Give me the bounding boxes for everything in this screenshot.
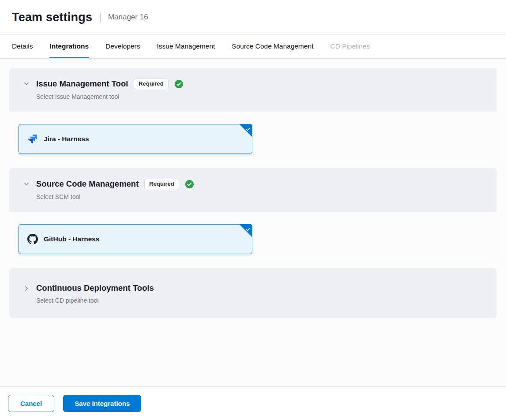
- page-title: Team settings: [12, 11, 92, 24]
- success-check-icon: [174, 79, 184, 89]
- section-subtitle: Select SCM tool: [36, 193, 194, 200]
- section-title: Issue Management Tool: [36, 79, 128, 89]
- section-title: Source Code Management: [36, 179, 139, 189]
- chevron-right-icon: [23, 285, 30, 293]
- section-subtitle: Select CD pipeline tool: [36, 297, 154, 304]
- integrations-content: Issue Management Tool Required Select Is…: [0, 59, 506, 386]
- section-subtitle: Select Issue Management tool: [36, 93, 184, 100]
- section-issue-management-tool: Issue Management Tool Required Select Is…: [9, 68, 497, 163]
- section-scm-header[interactable]: Source Code Management Required Select S…: [9, 168, 497, 212]
- section-issue-management-header[interactable]: Issue Management Tool Required Select Is…: [9, 68, 497, 112]
- chevron-down-icon: [23, 80, 30, 89]
- title-divider: |: [99, 11, 102, 23]
- tab-source-code-management[interactable]: Source Code Management: [232, 35, 313, 58]
- github-icon: [27, 234, 38, 244]
- tool-label: Jira - Harness: [44, 135, 89, 143]
- section-source-code-management: Source Code Management Required Select S…: [9, 168, 497, 263]
- tab-developers[interactable]: Developers: [105, 35, 140, 58]
- tab-issue-management[interactable]: Issue Management: [157, 35, 215, 58]
- jira-icon: [27, 134, 38, 144]
- team-name-label: Manager 16: [108, 13, 148, 22]
- selected-check-icon: [245, 226, 251, 234]
- footer-action-bar: Cancel Save Integrations: [0, 386, 506, 420]
- settings-tabbar: Details Integrations Developers Issue Ma…: [0, 35, 506, 59]
- section-title: Continuous Deployment Tools: [36, 283, 154, 293]
- selected-check-icon: [245, 126, 251, 134]
- tab-cd-pipelines: CD Pipelines: [330, 35, 370, 58]
- required-badge: Required: [134, 79, 168, 89]
- chevron-down-icon: [23, 180, 30, 189]
- success-check-icon: [185, 180, 194, 189]
- tab-integrations[interactable]: Integrations: [49, 35, 89, 58]
- required-badge: Required: [144, 179, 179, 189]
- collapse-section-button[interactable]: [22, 79, 31, 89]
- save-integrations-button[interactable]: Save Integrations: [63, 395, 141, 412]
- page-header: Team settings | Manager 16: [0, 0, 506, 35]
- section-continuous-deployment-tools: Continuous Deployment Tools Select CD pi…: [9, 268, 497, 318]
- tool-label: GitHub - Harness: [44, 235, 100, 243]
- tool-card-jira-harness[interactable]: Jira - Harness: [19, 124, 252, 154]
- cancel-button[interactable]: Cancel: [8, 395, 54, 412]
- collapse-section-button[interactable]: [22, 180, 31, 189]
- section-scm-body: GitHub - Harness: [9, 212, 497, 263]
- tool-card-github-harness[interactable]: GitHub - Harness: [19, 224, 252, 254]
- expand-section-button[interactable]: [22, 284, 31, 294]
- team-settings-page: Team settings | Manager 16 Details Integ…: [0, 0, 506, 420]
- section-issue-management-body: Jira - Harness: [9, 112, 497, 163]
- tab-details[interactable]: Details: [12, 35, 33, 58]
- section-cd-header[interactable]: Continuous Deployment Tools Select CD pi…: [9, 268, 497, 318]
